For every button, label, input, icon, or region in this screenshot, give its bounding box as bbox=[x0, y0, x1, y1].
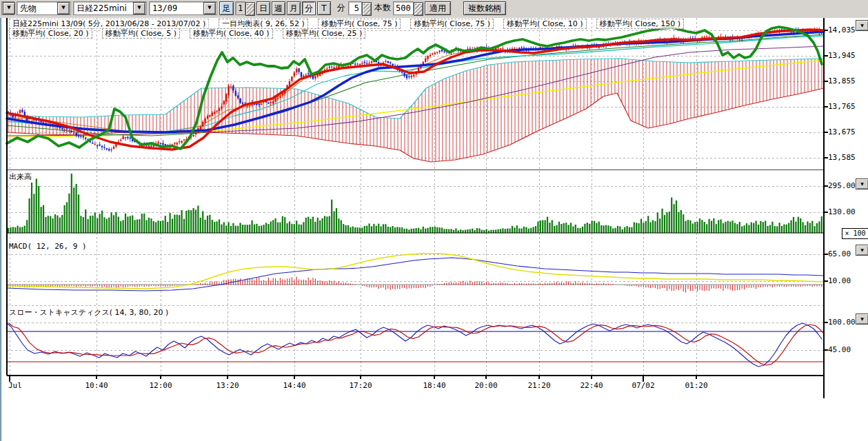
legend-indicator-chip[interactable]: 移動平均( Close, 40 ) bbox=[190, 28, 273, 39]
symbol-select[interactable]: 日経225mini ▼ bbox=[73, 1, 147, 15]
macd-pane bbox=[7, 254, 824, 293]
volume-multiplier-box: × 100 bbox=[842, 228, 868, 239]
axis-tick-label: 45.00 bbox=[828, 345, 851, 354]
toolbar: ▼ 先物 ▼ 日経225mini ▼ 13/09 ▼ 足 1 日 週 月 分 T… bbox=[0, 0, 868, 19]
bar-count-value: 500 bbox=[393, 1, 414, 15]
minute-value-spinner[interactable]: 5 bbox=[348, 1, 372, 15]
axis-tick-label: 13,945 bbox=[828, 51, 856, 60]
pane-scale-dropdown[interactable]: ▼ bbox=[856, 178, 868, 189]
time-axis-label: 13:20 bbox=[216, 381, 239, 390]
bar-count-spinner[interactable]: 500 bbox=[393, 1, 422, 15]
axis-tick-label: 295.00 bbox=[828, 181, 856, 190]
period-button-minute[interactable]: 分 bbox=[302, 1, 316, 15]
volume-bars bbox=[7, 174, 824, 233]
pane-scale-dropdown[interactable]: ▼ bbox=[856, 314, 868, 325]
axis-tick-label: 14,035 bbox=[828, 25, 856, 34]
instrument-value: 先物 bbox=[17, 2, 57, 14]
macd-pane-label: MACD( 12, 26, 9 ) bbox=[9, 242, 87, 251]
chart-application-window: ▼ 先物 ▼ 日経225mini ▼ 13/09 ▼ 足 1 日 週 月 分 T… bbox=[0, 0, 868, 441]
time-axis-label: 22:40 bbox=[580, 381, 603, 390]
stochastics-pane bbox=[7, 323, 824, 367]
interval-value: 1 bbox=[235, 1, 245, 15]
dropdown-arrow-icon: ▼ bbox=[3, 2, 15, 14]
time-axis-label: 21:20 bbox=[527, 381, 550, 390]
apply-button[interactable]: 適用 bbox=[425, 1, 451, 15]
axis-tick-label: 13,675 bbox=[828, 127, 856, 136]
volume-pane-label: 出来高 bbox=[9, 172, 32, 181]
chart-symbol-period-label: 日経225mini 13/09( 5分, 2013/06/28 - 2013/0… bbox=[9, 19, 209, 29]
axis-tick-label: 13,765 bbox=[828, 102, 856, 111]
legend-indicator-chip[interactable]: 移動平均( Close, 75 ) bbox=[318, 19, 401, 29]
chart-area: 日経225mini 13/09( 5分, 2013/06/28 - 2013/0… bbox=[0, 18, 868, 441]
time-axis-label: 20:00 bbox=[474, 381, 497, 390]
period-button-day[interactable]: 日 bbox=[256, 1, 270, 15]
minute-unit-label: 分 bbox=[335, 1, 347, 15]
spinner-button-icon[interactable] bbox=[362, 2, 372, 16]
chart-plot-svg bbox=[0, 18, 868, 441]
pane-scale-dropdown[interactable]: ▼ bbox=[856, 245, 868, 256]
legend-indicator-chip[interactable]: 移動平均( Close, 75 ) bbox=[410, 19, 494, 29]
legend-indicator-chip[interactable]: 移動平均( Close, 10 ) bbox=[503, 19, 587, 29]
symbol-value: 日経225mini bbox=[74, 2, 132, 14]
period-button-week[interactable]: 週 bbox=[272, 1, 285, 15]
axis-tick-label: 10.00 bbox=[828, 276, 851, 285]
time-axis-label: 01:20 bbox=[685, 381, 707, 390]
minute-value: 5 bbox=[348, 1, 362, 15]
axis-tick-label: 65.00 bbox=[828, 249, 851, 258]
multi-symbol-button[interactable]: 複数銘柄 bbox=[463, 1, 506, 15]
axis-tick-label: 13,855 bbox=[828, 76, 856, 85]
time-axis-label: 14:40 bbox=[283, 381, 305, 390]
legend-indicator-chip[interactable]: 移動平均( Close, 5 ) bbox=[102, 28, 181, 39]
time-axis-label: 12:00 bbox=[149, 381, 172, 390]
dropdown-arrow-icon: ▼ bbox=[203, 2, 216, 14]
period-button-tick[interactable]: T bbox=[317, 1, 331, 15]
indicator-legend-row-2: 移動平均( Close, 20 )移動平均( Close, 5 )移動平均( C… bbox=[9, 28, 365, 39]
contract-month-select[interactable]: 13/09 ▼ bbox=[149, 1, 217, 15]
time-axis-label: 17:20 bbox=[349, 381, 372, 390]
time-axis-label: 07/02 bbox=[632, 381, 654, 390]
legend-indicator-chip[interactable]: 移動平均( Close, 150 ) bbox=[596, 19, 685, 29]
axis-tick-label: 130.00 bbox=[828, 207, 856, 216]
instrument-select[interactable]: 先物 ▼ bbox=[17, 1, 71, 15]
stoch-pane-label: スロー・ストキャスティクス( 14, 3, 80, 20 ) bbox=[9, 308, 168, 317]
legend-indicator-chip[interactable]: 一目均衡表( 9, 26, 52 ) bbox=[219, 19, 308, 29]
legend-indicator-chip[interactable]: 移動平均( Close, 25 ) bbox=[283, 28, 366, 39]
time-axis-label: 10:40 bbox=[85, 381, 108, 390]
spinner-button-icon[interactable] bbox=[245, 2, 255, 16]
bar-count-label: 本数 bbox=[373, 1, 392, 15]
interval-spinner[interactable]: 1 bbox=[235, 1, 255, 15]
time-axis-label: Jul bbox=[8, 381, 22, 390]
legend-indicator-chip[interactable]: 移動平均( Close, 20 ) bbox=[9, 28, 92, 39]
axis-tick-label: 100.00 bbox=[828, 318, 856, 327]
pane-scale-dropdown[interactable]: ▼ bbox=[856, 20, 868, 31]
spinner-button-icon[interactable] bbox=[414, 2, 423, 16]
ashi-bar-type-button[interactable]: 足 bbox=[219, 1, 234, 15]
contract-value: 13/09 bbox=[150, 2, 203, 14]
indicator-legend-row-1: 日経225mini 13/09( 5分, 2013/06/28 - 2013/0… bbox=[9, 19, 684, 29]
time-axis-label: 18:40 bbox=[423, 381, 445, 390]
dropdown-arrow-icon: ▼ bbox=[133, 2, 145, 14]
axis-tick-label: 13,585 bbox=[828, 153, 856, 162]
period-button-month[interactable]: 月 bbox=[287, 1, 301, 15]
dropdown-arrow-icon: ▼ bbox=[57, 2, 70, 14]
chart-scroll-dropdown[interactable]: ▼ bbox=[1, 1, 14, 15]
